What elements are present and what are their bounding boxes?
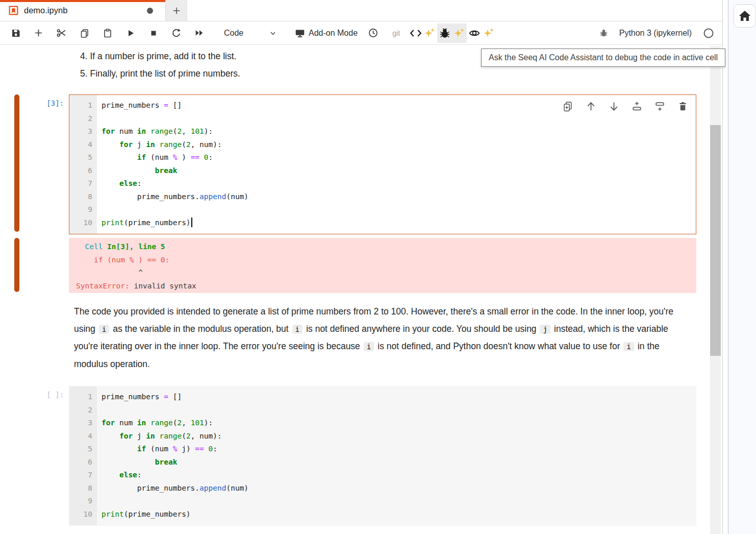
scissors-icon [56, 28, 67, 38]
plus-icon [34, 28, 43, 38]
kernel-name[interactable]: Python 3 (ipykernel) [619, 29, 692, 38]
copy-icon [80, 28, 90, 38]
move-cell-down-button[interactable] [608, 100, 620, 112]
cell-main: 12345678910 prime_numbers = []for num in… [69, 386, 696, 526]
cell-margin: [ ]: [0, 386, 69, 526]
cell-type-value: Code [224, 29, 269, 38]
tab-title: demo.ipynb [24, 6, 147, 15]
interrupt-kernel-button[interactable] [142, 23, 165, 43]
ai-explain-code-button[interactable] [467, 23, 496, 43]
stop-icon [149, 29, 158, 38]
code-lines[interactable]: prime_numbers = []for num in range(2, 10… [97, 386, 696, 525]
ai-debug-code-button[interactable] [437, 23, 467, 43]
tooltip-text: Ask the Seeq AI Code Assistant to debug … [489, 53, 718, 62]
kernel-status-indicator[interactable] [700, 23, 717, 43]
notebook-file-icon [8, 5, 19, 16]
scrollbar-thumb[interactable] [710, 125, 721, 356]
delete-cell-button[interactable] [676, 100, 689, 112]
cut-button[interactable] [50, 23, 73, 43]
git-button[interactable]: git [385, 23, 408, 43]
error-output-text: Cell In[3], line 5 if (num % ) == 0: ^Sy… [76, 240, 696, 293]
notebook-toolbar: Code Add-on Mode git [0, 21, 722, 45]
empty-execution-prompt: [ ]: [46, 391, 64, 399]
trash-icon [677, 101, 688, 112]
plus-icon [172, 6, 181, 15]
run-icon [125, 28, 136, 38]
line-numbers: 12345678910 [69, 95, 97, 234]
browser-right-strip [728, 0, 756, 534]
clock-icon [368, 28, 379, 38]
cell-main: 12345678910 prime_numbers = []for num in… [69, 94, 696, 234]
save-icon [11, 28, 21, 38]
output-main: Cell In[3], line 5 if (num % ) == 0: ^Sy… [69, 238, 696, 293]
tab-demo-ipynb[interactable]: demo.ipynb [0, 0, 166, 21]
debug-button-tooltip: Ask the Seeq AI Code Assistant to debug … [481, 48, 725, 67]
cell-margin: [3]: [0, 94, 69, 234]
duplicate-cell-button[interactable] [562, 100, 574, 112]
run-all-button[interactable] [188, 23, 211, 43]
vertical-scrollbar[interactable] [710, 46, 721, 534]
insert-cell-below-button[interactable] [653, 100, 666, 112]
code-cell-row-inactive: [ ]: 12345678910 prime_numbers = []for n… [0, 386, 722, 526]
arrow-up-icon [585, 101, 597, 112]
code-lines[interactable]: prime_numbers = []for num in range(2, 10… [97, 95, 696, 234]
debugger-bug-icon [599, 28, 609, 38]
duplicate-icon [562, 101, 574, 112]
cell-collapser[interactable] [14, 94, 19, 232]
execution-count-prompt: [3]: [46, 99, 64, 107]
code-editor-inactive: 12345678910 prime_numbers = []for num in… [69, 386, 696, 526]
output-margin [0, 238, 69, 293]
paste-button[interactable] [96, 23, 119, 43]
monitor-icon [294, 28, 306, 39]
move-cell-up-button[interactable] [585, 100, 597, 112]
git-label: git [392, 29, 400, 37]
insert-cell-button[interactable] [27, 23, 50, 43]
markdown-list-item-5: 5. Finally, print the list of prime numb… [80, 65, 722, 83]
home-icon [738, 9, 751, 22]
cell-type-select[interactable]: Code [217, 25, 282, 42]
output-row: Cell In[3], line 5 if (num % ) == 0: ^Sy… [0, 238, 722, 293]
eye-sparkle-icon [468, 28, 495, 39]
ai-generate-code-button[interactable] [408, 23, 437, 43]
home-button[interactable] [734, 4, 756, 28]
paste-icon [103, 28, 113, 38]
history-button[interactable] [362, 23, 385, 43]
addon-mode-label[interactable]: Add-on Mode [309, 29, 358, 38]
arrow-down-icon [608, 101, 620, 112]
code-cell-row-active: [3]: 12345678910 prime_numbers = []for n… [0, 94, 722, 234]
code-editor-active: 12345678910 prime_numbers = []for num in… [69, 94, 696, 234]
jupyterlab-window: demo.ipynb [0, 0, 756, 534]
restart-kernel-button[interactable] [165, 23, 188, 43]
debugger-button[interactable] [595, 23, 613, 43]
chevron-down-icon [269, 29, 277, 37]
fast-forward-icon [194, 28, 205, 38]
insert-above-icon [631, 101, 643, 112]
tab-bar: demo.ipynb [0, 0, 722, 21]
error-output: Cell In[3], line 5 if (num % ) == 0: ^Sy… [69, 238, 696, 293]
code-sparkle-icon [409, 28, 436, 39]
insert-cell-above-button[interactable] [631, 100, 643, 112]
notebook-content: 4. If a number is prime, add it to the l… [0, 45, 722, 533]
line-numbers: 12345678910 [69, 386, 97, 525]
cell-toolbar [562, 100, 689, 112]
bug-sparkle-icon [439, 28, 465, 39]
addon-mode-button[interactable] [291, 23, 309, 43]
new-tab-button[interactable] [166, 0, 187, 21]
unsaved-changes-dot[interactable] [147, 8, 153, 14]
explanation-row: The code you provided is intended to gen… [0, 293, 722, 373]
insert-below-icon [654, 101, 666, 112]
restart-icon [171, 28, 182, 38]
copy-button[interactable] [73, 23, 96, 43]
active-tab-accent [0, 0, 165, 2]
save-button[interactable] [4, 23, 27, 43]
kernel-idle-circle-icon [703, 28, 714, 39]
ai-explanation: The code you provided is intended to gen… [69, 303, 684, 373]
output-collapser[interactable] [14, 238, 19, 292]
run-button[interactable] [119, 23, 142, 43]
main-panel: demo.ipynb [0, 0, 723, 534]
